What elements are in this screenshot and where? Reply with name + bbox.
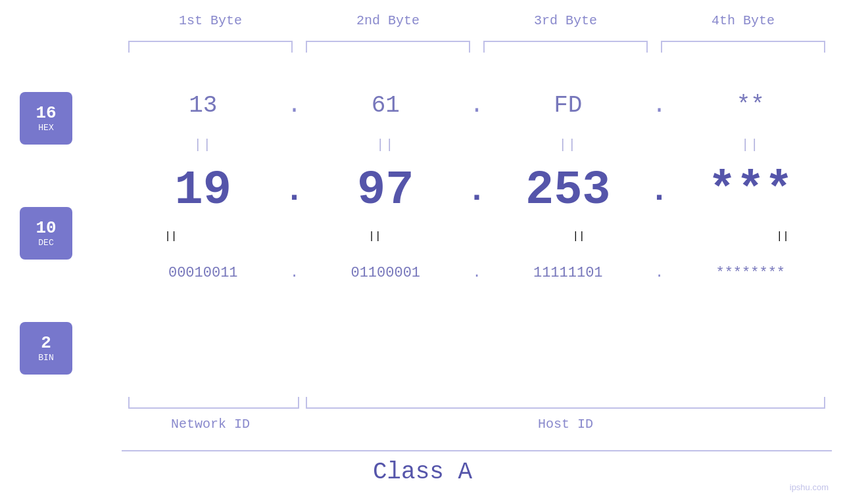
top-bracket-2 [306, 41, 470, 53]
dec-dot-1: . [285, 172, 304, 210]
bottom-bracket-host [306, 397, 825, 409]
top-bracket-3 [483, 41, 648, 53]
dec-badge-label: DEC [38, 238, 53, 248]
hex-badge: 16 HEX [20, 92, 72, 145]
byte-header-1: 1st Byte [122, 13, 299, 28]
hex-badge-number: 16 [36, 104, 56, 123]
hex-dot-2: . [467, 92, 487, 119]
eq-1: || [122, 137, 285, 152]
content-area: 13 . 61 . FD . ** || || || || 19 . 97 . … [122, 79, 832, 296]
dec-row: 19 . 97 . 253 . *** [122, 158, 832, 223]
eq2-2: || [368, 231, 381, 242]
top-bracket-4 [661, 41, 825, 53]
hex-dot-3: . [650, 92, 669, 119]
top-bracket-1 [128, 41, 293, 53]
hex-byte-4: ** [669, 92, 833, 119]
dec-badge: 10 DEC [20, 207, 72, 260]
bin-byte-1: 00010011 [122, 265, 285, 281]
byte-header-3: 3rd Byte [477, 13, 654, 28]
bin-badge-label: BIN [38, 353, 53, 363]
eq-3: || [487, 137, 650, 152]
eq2-3: || [572, 231, 585, 242]
watermark: ipshu.com [790, 482, 829, 492]
dec-byte-1: 19 [122, 164, 285, 218]
bin-byte-4: ******** [669, 265, 833, 281]
bin-byte-3: 11111101 [487, 265, 650, 281]
bottom-bracket-network [128, 397, 299, 409]
bin-row: 00010011 . 01100001 . 11111101 . *******… [122, 250, 832, 296]
hex-byte-1: 13 [122, 92, 285, 119]
bin-badge-number: 2 [41, 334, 51, 353]
dec-dot-3: . [650, 172, 669, 210]
hex-dot-1: . [285, 92, 304, 119]
bin-badge: 2 BIN [20, 322, 72, 375]
bin-byte-2: 01100001 [304, 265, 468, 281]
top-brackets [122, 41, 832, 53]
eq2-4: || [777, 231, 789, 242]
eq-2: || [304, 137, 468, 152]
dec-byte-2: 97 [304, 164, 468, 218]
bin-dot-2: . [467, 265, 487, 281]
dec-byte-4: *** [669, 164, 833, 218]
eq-4: || [669, 137, 833, 152]
byte-header-4: 4th Byte [654, 13, 832, 28]
bottom-long-line [122, 450, 832, 451]
hex-byte-2: 61 [304, 92, 468, 119]
host-id-label: Host ID [299, 417, 832, 432]
dec-byte-3: 253 [487, 164, 650, 218]
equals-row-2: || || || || [122, 223, 832, 250]
dec-badge-number: 10 [36, 219, 56, 238]
bottom-brackets [122, 397, 832, 409]
network-id-label: Network ID [122, 417, 299, 432]
equals-row-1: || || || || [122, 131, 832, 158]
dec-dot-2: . [467, 172, 487, 210]
badge-column: 16 HEX 10 DEC 2 BIN [20, 92, 72, 375]
byte-headers-row: 1st Byte 2nd Byte 3rd Byte 4th Byte [122, 13, 832, 28]
bin-dot-3: . [650, 265, 669, 281]
id-labels: Network ID Host ID [122, 417, 832, 432]
byte-header-2: 2nd Byte [299, 13, 477, 28]
hex-byte-3: FD [487, 92, 650, 119]
bin-dot-1: . [285, 265, 304, 281]
hex-badge-label: HEX [38, 123, 53, 133]
class-label: Class A [0, 459, 845, 486]
hex-row: 13 . 61 . FD . ** [122, 79, 832, 131]
eq2-1: || [164, 231, 177, 242]
